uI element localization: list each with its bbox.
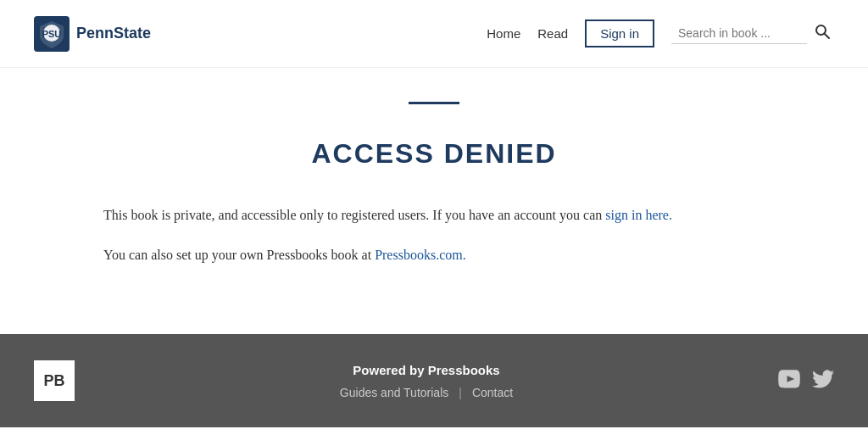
signin-button[interactable]: Sign in — [585, 20, 654, 47]
footer-social — [778, 368, 834, 393]
pressbooks-link[interactable]: Pressbooks.com. — [375, 248, 466, 262]
page-title: ACCESS DENIED — [103, 138, 765, 170]
search-input[interactable] — [671, 23, 807, 44]
footer-center: Powered by Pressbooks Guides and Tutoria… — [75, 363, 778, 399]
logo-area[interactable]: PSU PennState — [34, 16, 151, 52]
nav-read[interactable]: Read — [537, 26, 568, 41]
search-icon — [814, 23, 831, 40]
pressbooks-logo: PB — [34, 360, 75, 401]
top-nav: Home Read Sign in — [487, 20, 834, 47]
youtube-link[interactable] — [778, 368, 800, 393]
search-button[interactable] — [810, 21, 834, 46]
signin-link[interactable]: sign in here. — [605, 208, 672, 222]
twitter-icon — [812, 368, 834, 390]
search-area — [671, 21, 834, 46]
youtube-icon — [778, 368, 800, 390]
guides-link[interactable]: Guides and Tutorials — [340, 386, 448, 399]
footer-links: Guides and Tutorials | Contact — [75, 386, 778, 399]
paragraph-1-text: This book is private, and accessible onl… — [103, 208, 605, 222]
site-footer: PB Powered by Pressbooks Guides and Tuto… — [0, 334, 868, 427]
footer-separator: | — [459, 386, 462, 399]
twitter-link[interactable] — [812, 368, 834, 393]
powered-by-label: Powered by Pressbooks — [75, 363, 778, 377]
site-header: PSU PennState Home Read Sign in — [0, 0, 868, 68]
section-divider — [409, 102, 459, 104]
pennstate-shield-icon: PSU — [34, 16, 70, 52]
paragraph-1: This book is private, and accessible onl… — [103, 203, 765, 226]
svg-line-4 — [825, 34, 830, 39]
svg-text:PSU: PSU — [42, 29, 62, 39]
main-content: ACCESS DENIED This book is private, and … — [53, 68, 815, 334]
paragraph-2-text: You can also set up your own Pressbooks … — [103, 248, 375, 262]
nav-home[interactable]: Home — [487, 26, 520, 41]
contact-link[interactable]: Contact — [472, 386, 513, 399]
logo-label: PennState — [76, 25, 151, 42]
paragraph-2: You can also set up your own Pressbooks … — [103, 243, 765, 266]
